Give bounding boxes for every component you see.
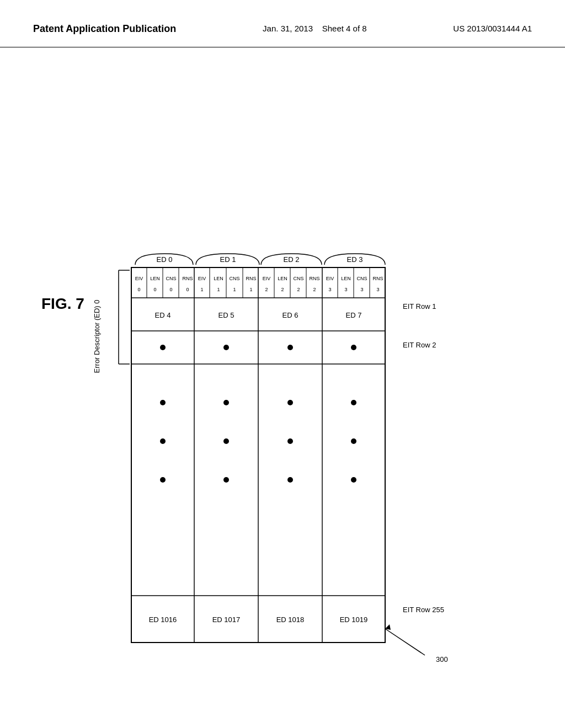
- eit-row2-label: EIT Row 2: [403, 341, 436, 349]
- svg-text:2: 2: [281, 287, 284, 292]
- ed0-row2: ED 4: [155, 311, 171, 319]
- figure-label: FIG. 7: [41, 295, 84, 313]
- svg-text:0: 0: [153, 287, 156, 292]
- svg-text:LEN: LEN: [278, 276, 287, 281]
- svg-text:1: 1: [233, 287, 236, 292]
- svg-text:3: 3: [376, 287, 379, 292]
- svg-text:EIV: EIV: [263, 276, 271, 281]
- publication-number: US 2013/0031444 A1: [453, 22, 532, 35]
- svg-text:CNS: CNS: [229, 276, 239, 281]
- svg-line-55: [385, 629, 425, 655]
- page-header: Patent Application Publication Jan. 31, …: [0, 0, 565, 47]
- svg-text:RNS: RNS: [372, 276, 383, 281]
- svg-text:0: 0: [137, 287, 140, 292]
- svg-text:RNS: RNS: [182, 276, 193, 281]
- dot-r2-col3: [351, 345, 356, 350]
- svg-text:1: 1: [200, 287, 203, 292]
- svg-text:EIV: EIV: [198, 276, 206, 281]
- svg-text:3: 3: [360, 287, 363, 292]
- dot-mid3-col0: [160, 477, 166, 483]
- ed2-bottom: ED 1018: [276, 615, 305, 624]
- svg-text:0: 0: [169, 287, 172, 292]
- dot-mid2-col3: [351, 438, 356, 444]
- svg-text:CNS: CNS: [356, 276, 367, 281]
- svg-text:EIV: EIV: [135, 276, 143, 281]
- svg-text:RNS: RNS: [246, 276, 256, 281]
- eit-row255-label: EIT Row 255: [403, 606, 444, 614]
- dot-mid3-col3: [351, 477, 356, 483]
- svg-text:2: 2: [265, 287, 268, 292]
- dot-mid1-col0: [160, 400, 166, 405]
- svg-text:LEN: LEN: [150, 276, 160, 281]
- dot-mid1-col2: [287, 400, 293, 405]
- publication-date: Jan. 31, 2013 Sheet 4 of 8: [263, 22, 367, 35]
- svg-text:RNS: RNS: [309, 276, 319, 281]
- ed2-header: ED 2: [284, 255, 300, 264]
- dot-mid1-col3: [351, 400, 356, 405]
- svg-text:1: 1: [217, 287, 220, 292]
- dot-r2-col1: [223, 345, 229, 350]
- dot-mid2-col0: [160, 438, 166, 444]
- dot-mid3-col1: [223, 477, 229, 483]
- eit-row1-label: EIT Row 1: [403, 302, 436, 311]
- ed-group-label: Error Descriptor (ED) 0: [93, 300, 101, 373]
- svg-text:2: 2: [297, 287, 300, 292]
- ed3-header: ED 3: [347, 255, 363, 264]
- svg-text:CNS: CNS: [293, 276, 303, 281]
- ed1-row2: ED 5: [218, 311, 234, 319]
- svg-text:1: 1: [249, 287, 252, 292]
- dot-mid2-col2: [287, 438, 293, 444]
- diagram-svg: Error Descriptor (ED) 0 ED 0 ED 1 ED 2 E…: [83, 99, 497, 678]
- ref-number: 300: [436, 655, 448, 663]
- ed0-bottom: ED 1016: [149, 615, 177, 624]
- dot-r2-col2: [287, 345, 293, 350]
- ed0-header: ED 0: [157, 255, 173, 264]
- dot-mid3-col2: [287, 477, 293, 483]
- dot-mid2-col1: [223, 438, 229, 444]
- svg-text:EIV: EIV: [326, 276, 334, 281]
- svg-text:3: 3: [328, 287, 331, 292]
- svg-text:LEN: LEN: [341, 276, 351, 281]
- svg-text:CNS: CNS: [166, 276, 176, 281]
- svg-text:LEN: LEN: [214, 276, 223, 281]
- ed2-row2: ED 6: [282, 311, 299, 319]
- svg-text:2: 2: [313, 287, 316, 292]
- ed3-row2: ED 7: [346, 311, 362, 319]
- ed1-bottom: ED 1017: [212, 615, 241, 624]
- dot-mid1-col1: [223, 400, 229, 405]
- ed1-header: ED 1: [220, 255, 236, 264]
- dot-r2-col0: [160, 345, 166, 350]
- svg-text:0: 0: [186, 287, 189, 292]
- publication-title: Patent Application Publication: [33, 22, 176, 36]
- svg-text:3: 3: [344, 287, 347, 292]
- ed3-bottom: ED 1019: [340, 615, 368, 624]
